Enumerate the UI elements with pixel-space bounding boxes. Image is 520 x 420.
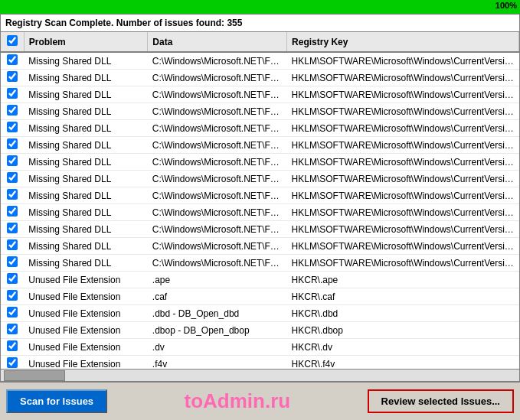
horizontal-scrollbar[interactable]: [1, 369, 519, 381]
table-row: Unused File Extension.dbd - DB_Open_dbdH…: [1, 305, 519, 322]
row-problem: Missing Shared DLL: [24, 154, 148, 171]
row-checkbox[interactable]: [7, 172, 18, 183]
row-data: C:\Windows\Microsoft.NET\Fra....: [148, 86, 287, 103]
row-problem: Unused File Extension: [24, 356, 148, 370]
table-row: Unused File Extension.f4vHKCR\.f4v: [1, 356, 519, 370]
row-check-cell: [1, 171, 24, 187]
progress-bar-container: 100%: [0, 0, 520, 14]
row-check-cell: [1, 288, 24, 305]
header-check: [1, 32, 24, 52]
row-registry: HKLM\SOFTWARE\Microsoft\Windows\CurrentV…: [287, 171, 519, 187]
row-checkbox[interactable]: [7, 88, 18, 99]
row-problem: Missing Shared DLL: [24, 171, 148, 187]
row-data: .ape: [148, 272, 287, 288]
row-checkbox[interactable]: [7, 71, 18, 82]
row-problem: Unused File Extension: [24, 272, 148, 288]
row-check-cell: [1, 137, 24, 154]
row-checkbox[interactable]: [7, 155, 18, 166]
table-row: Missing Shared DLLC:\Windows\Microsoft.N…: [1, 255, 519, 272]
row-check-cell: [1, 221, 24, 238]
scan-button[interactable]: Scan for Issues: [6, 389, 107, 413]
row-data: C:\Windows\Microsoft.NET\Fra....: [148, 221, 287, 238]
row-registry: HKLM\SOFTWARE\Microsoft\Windows\CurrentV…: [287, 255, 519, 272]
row-checkbox[interactable]: [7, 189, 18, 200]
row-problem: Missing Shared DLL: [24, 255, 148, 272]
header-registry: Registry Key: [287, 32, 519, 52]
row-problem: Unused File Extension: [24, 305, 148, 322]
table-container: Problem Data Registry Key Missing Shared…: [0, 32, 520, 382]
footer: Scan for Issues toAdmin.ru Review select…: [0, 382, 520, 420]
row-data: C:\Windows\Microsoft.NET\Fra....: [148, 120, 287, 137]
row-check-cell: [1, 322, 24, 339]
row-data: C:\Windows\Microsoft.NET\Fra....: [148, 154, 287, 171]
row-data: C:\Windows\Microsoft.NET\Fra....: [148, 187, 287, 204]
row-registry: HKLM\SOFTWARE\Microsoft\Windows\CurrentV…: [287, 204, 519, 221]
table-row: Missing Shared DLLC:\Windows\Microsoft.N…: [1, 103, 519, 120]
row-problem: Missing Shared DLL: [24, 137, 148, 154]
table-row: Missing Shared DLLC:\Windows\Microsoft.N…: [1, 154, 519, 171]
row-problem: Missing Shared DLL: [24, 187, 148, 204]
row-checkbox[interactable]: [7, 340, 18, 351]
check-all-checkbox[interactable]: [7, 35, 18, 46]
row-check-cell: [1, 70, 24, 86]
status-bar: Registry Scan Complete. Number of issues…: [0, 14, 520, 32]
row-checkbox[interactable]: [7, 138, 18, 149]
row-problem: Missing Shared DLL: [24, 238, 148, 255]
row-registry: HKLM\SOFTWARE\Microsoft\Windows\CurrentV…: [287, 52, 519, 70]
row-data: C:\Windows\Microsoft.NET\Fra....: [148, 137, 287, 154]
row-check-cell: [1, 187, 24, 204]
row-data: C:\Windows\Microsoft.NET\Fra....: [148, 52, 287, 70]
row-checkbox[interactable]: [7, 54, 18, 65]
table-row: Unused File Extension.apeHKCR\.ape: [1, 272, 519, 288]
row-check-cell: [1, 356, 24, 370]
table-row: Unused File Extension.dvHKCR\.dv: [1, 339, 519, 356]
table-row: Missing Shared DLLC:\Windows\Microsoft.N…: [1, 70, 519, 86]
row-checkbox[interactable]: [7, 256, 18, 267]
row-check-cell: [1, 339, 24, 356]
row-problem: Missing Shared DLL: [24, 52, 148, 70]
table-row: Unused File Extension.cafHKCR\.caf: [1, 288, 519, 305]
row-data: .dbd - DB_Open_dbd: [148, 305, 287, 322]
row-checkbox[interactable]: [7, 324, 18, 334]
row-checkbox[interactable]: [7, 307, 18, 317]
row-registry: HKLM\SOFTWARE\Microsoft\Windows\CurrentV…: [287, 154, 519, 171]
row-problem: Unused File Extension: [24, 339, 148, 356]
table-row: Missing Shared DLLC:\Windows\Microsoft.N…: [1, 171, 519, 187]
row-check-cell: [1, 255, 24, 272]
row-data: C:\Windows\Microsoft.NET\Fra....: [148, 238, 287, 255]
row-problem: Unused File Extension: [24, 322, 148, 339]
row-checkbox[interactable]: [7, 122, 18, 132]
row-checkbox[interactable]: [7, 105, 18, 116]
row-check-cell: [1, 305, 24, 322]
row-data: C:\Windows\Microsoft.NET\Fra....: [148, 204, 287, 221]
row-check-cell: [1, 204, 24, 221]
row-problem: Missing Shared DLL: [24, 103, 148, 120]
table-body: Missing Shared DLLC:\Windows\Microsoft.N…: [1, 52, 519, 369]
table-row: Missing Shared DLLC:\Windows\Microsoft.N…: [1, 52, 519, 70]
row-registry: HKLM\SOFTWARE\Microsoft\Windows\CurrentV…: [287, 103, 519, 120]
row-problem: Unused File Extension: [24, 288, 148, 305]
review-button[interactable]: Review selected Issues...: [368, 389, 514, 413]
row-check-cell: [1, 120, 24, 137]
table-row: Missing Shared DLLC:\Windows\Microsoft.N…: [1, 221, 519, 238]
row-registry: HKLM\SOFTWARE\Microsoft\Windows\CurrentV…: [287, 137, 519, 154]
watermark-text: toAdmin.ru: [185, 389, 291, 413]
row-checkbox[interactable]: [7, 223, 18, 233]
progress-bar-fill: [0, 0, 520, 14]
table-scroll[interactable]: Problem Data Registry Key Missing Shared…: [1, 32, 519, 369]
row-data: C:\Windows\Microsoft.NET\Fra....: [148, 103, 287, 120]
row-checkbox[interactable]: [7, 206, 18, 217]
row-checkbox[interactable]: [7, 290, 18, 301]
hscroll-thumb[interactable]: [4, 370, 65, 381]
row-problem: Missing Shared DLL: [24, 70, 148, 86]
progress-label: 100%: [495, 1, 517, 10]
row-registry: HKCR\.dv: [287, 339, 519, 356]
row-data: .caf: [148, 288, 287, 305]
row-registry: HKCR\.f4v: [287, 356, 519, 370]
row-check-cell: [1, 103, 24, 120]
row-checkbox[interactable]: [7, 273, 18, 284]
table-row: Unused File Extension.dbop - DB_Open_dbo…: [1, 322, 519, 339]
row-data: C:\Windows\Microsoft.NET\Fra....: [148, 70, 287, 86]
row-checkbox[interactable]: [7, 239, 18, 250]
row-checkbox[interactable]: [7, 357, 18, 368]
